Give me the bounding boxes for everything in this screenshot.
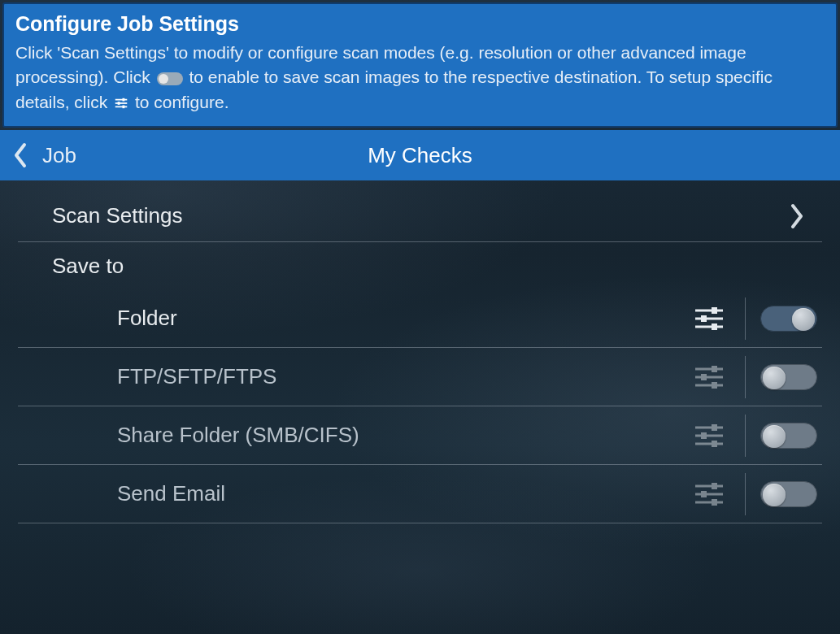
scan-settings-row[interactable]: Scan Settings	[18, 190, 822, 242]
toggle-ftp[interactable]	[760, 364, 817, 390]
banner-text-3: to configure.	[135, 93, 229, 111]
svg-rect-17	[712, 382, 717, 389]
header-bar: Job My Checks	[0, 130, 840, 180]
configure-smb-button	[685, 420, 733, 451]
scan-settings-label: Scan Settings	[52, 203, 788, 228]
svg-rect-5	[123, 106, 125, 109]
divider	[745, 415, 746, 457]
save-to-label: Save to	[52, 254, 806, 279]
svg-rect-16	[701, 374, 707, 380]
banner-title: Configure Job Settings	[15, 12, 825, 36]
configure-ftp-button	[685, 362, 733, 393]
toggle-icon	[157, 72, 183, 85]
toggle-email[interactable]	[760, 481, 817, 507]
destination-label: Folder	[117, 306, 685, 331]
svg-rect-9	[712, 307, 717, 314]
destination-label: Share Folder (SMB/CIFS)	[117, 423, 685, 448]
settings-list: Scan Settings Save to Folder FTP/SFTP/FT…	[0, 180, 840, 523]
svg-rect-4	[118, 102, 120, 106]
configure-folder-button[interactable]	[685, 303, 733, 334]
banner-body: Click 'Scan Settings' to modify or confi…	[15, 41, 825, 115]
destination-folder: Folder	[18, 289, 822, 348]
page-title: My Checks	[368, 143, 472, 168]
svg-rect-11	[712, 324, 717, 330]
chevron-left-icon	[11, 141, 29, 169]
chevron-right-icon	[788, 202, 806, 230]
destination-smb: Share Folder (SMB/CIFS)	[18, 406, 822, 465]
destination-email: Send Email	[18, 465, 822, 523]
destination-label: Send Email	[117, 481, 685, 506]
divider	[745, 473, 746, 515]
save-to-header: Save to	[18, 242, 822, 289]
svg-rect-15	[712, 366, 717, 372]
toggle-folder[interactable]	[760, 306, 817, 332]
toggle-smb[interactable]	[760, 423, 817, 449]
configure-email-button	[685, 479, 733, 510]
svg-rect-22	[701, 432, 707, 439]
destination-ftp: FTP/SFTP/FTPS	[18, 348, 822, 406]
svg-rect-10	[701, 315, 707, 322]
svg-rect-28	[701, 491, 707, 497]
divider	[745, 297, 746, 340]
sliders-icon	[114, 97, 128, 110]
svg-rect-21	[712, 424, 717, 431]
back-button[interactable]: Job	[11, 141, 76, 169]
destination-label: FTP/SFTP/FTPS	[117, 364, 685, 389]
divider	[745, 356, 746, 398]
back-label: Job	[42, 143, 76, 168]
svg-rect-23	[712, 441, 717, 447]
info-banner: Configure Job Settings Click 'Scan Setti…	[2, 2, 838, 128]
svg-rect-29	[712, 499, 717, 506]
svg-rect-27	[712, 483, 717, 489]
svg-rect-3	[123, 98, 125, 102]
